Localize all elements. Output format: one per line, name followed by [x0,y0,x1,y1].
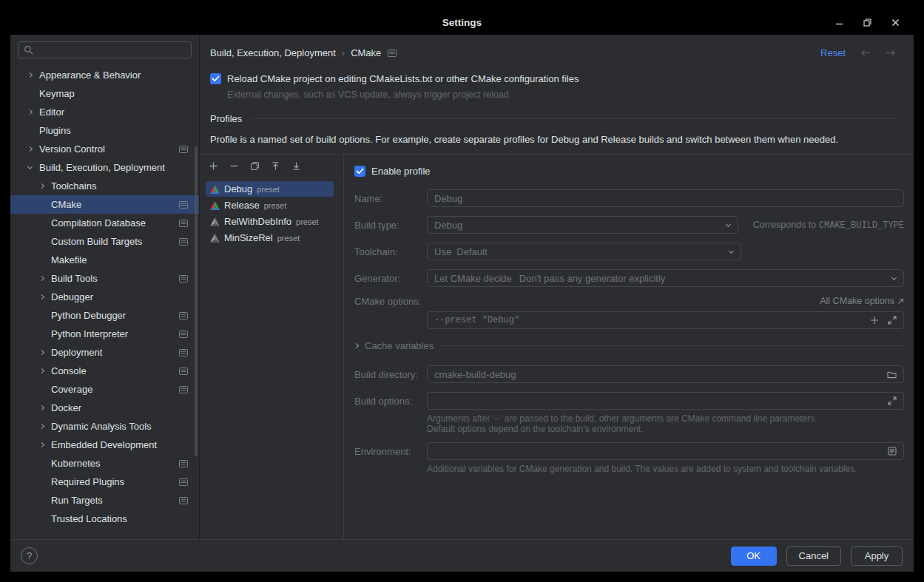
build-options-input[interactable] [427,392,904,410]
sidebar-scrollbar[interactable] [195,146,198,456]
sidebar-item-run-targets[interactable]: Run Targets [10,491,199,510]
sidebar-item-required-plugins[interactable]: Required Plugins [10,473,199,491]
sidebar-item-compilation-database[interactable]: Compilation Database [10,214,199,232]
chevron-right-icon[interactable] [24,73,35,77]
sidebar-item-build-tools[interactable]: Build Tools [10,269,199,288]
close-button[interactable] [890,18,900,28]
profiles-list: DebugpresetReleasepresetRelWithDebInfopr… [200,177,343,246]
sidebar-item-coverage[interactable]: Coverage [10,380,199,399]
sidebar-item-appearance-behavior[interactable]: Appearance & Behavior [10,66,199,84]
sidebar-item-label: Custom Build Targets [51,236,142,247]
build-directory-input[interactable]: cmake-build-debug [427,365,904,383]
expand-field-icon[interactable] [888,396,897,405]
add-profile-button[interactable] [204,158,222,174]
search-input[interactable] [38,44,186,55]
sidebar-item-label: Python Debugger [51,310,126,321]
environment-variables-icon[interactable] [888,447,897,456]
chevron-right-icon[interactable] [36,443,47,447]
cmake-options-input[interactable]: --preset "Debug" [427,311,904,329]
chevron-down-icon[interactable] [24,166,35,169]
breadcrumb-parent[interactable]: Build, Execution, Deployment [210,47,336,58]
toolchain-select[interactable]: Use Default [427,243,741,260]
environment-input[interactable] [427,442,904,460]
enable-profile-row[interactable]: Enable profile [354,166,904,177]
per-project-settings-icon [179,275,188,282]
sidebar-item-keymap[interactable]: Keymap [10,84,199,103]
chevron-right-icon[interactable] [24,110,35,114]
chevron-right-icon[interactable] [354,343,359,348]
profile-row-minsizerel[interactable]: MinSizeRelpreset [206,230,334,246]
chevron-right-icon[interactable] [24,147,35,151]
breadcrumb-separator: › [342,47,345,58]
chevron-right-icon[interactable] [36,295,47,299]
expand-field-icon[interactable] [888,316,897,325]
sidebar-item-deployment[interactable]: Deployment [10,343,199,362]
chevron-right-icon[interactable] [36,406,47,410]
remove-profile-button[interactable] [225,158,243,174]
chevron-right-icon[interactable] [36,424,47,428]
maximize-button[interactable] [862,18,872,28]
sidebar-item-kubernetes[interactable]: Kubernetes [10,454,199,473]
generator-select[interactable]: Let CMake decide Don't pass any generato… [427,269,904,287]
name-input[interactable]: Debug [427,189,904,207]
all-cmake-options-link[interactable]: All CMake options [820,296,894,306]
sidebar-item-label: Compilation Database [51,217,146,229]
chevron-right-icon[interactable] [36,277,47,280]
move-down-button[interactable] [287,158,305,174]
folder-browse-icon[interactable] [887,370,897,379]
per-project-settings-icon [179,312,188,319]
sidebar-item-console[interactable]: Console [10,362,199,380]
cmake-logo-icon [210,217,220,226]
sidebar-item-docker[interactable]: Docker [10,399,199,417]
move-up-button[interactable] [266,158,284,174]
profile-name: Debug [224,183,252,194]
reload-checkbox-row[interactable]: Reload CMake project on editing CMakeLis… [210,73,896,84]
reset-link[interactable]: Reset [820,47,846,58]
profile-badge: preset [277,234,300,243]
sidebar-item-label: Required Plugins [51,476,124,487]
sidebar-item-dynamic-analysis-tools[interactable]: Dynamic Analysis Tools [10,417,199,436]
profiles-panel: DebugpresetReleasepresetRelWithDebInfopr… [200,155,344,539]
per-project-settings-icon [179,238,188,246]
minimize-button[interactable] [834,18,844,28]
sidebar-item-python-interpreter[interactable]: Python Interpreter [10,325,199,343]
sidebar-item-cmake[interactable]: CMake [10,195,199,214]
sidebar-item-toolchains[interactable]: Toolchains [10,177,199,195]
cancel-button[interactable]: Cancel [786,547,841,566]
settings-tree: Appearance & BehaviorKeymapEditorPlugins… [10,61,199,539]
chevron-right-icon[interactable] [36,351,47,354]
sidebar-item-trusted-locations[interactable]: Trusted Locations [10,510,199,528]
chevron-right-icon[interactable] [36,369,47,373]
settings-content: Build, Execution, Deployment › CMake Res… [200,35,914,539]
sidebar-item-editor[interactable]: Editor [10,103,199,121]
sidebar-item-makefile[interactable]: Makefile [10,251,199,269]
cache-variables-toggle[interactable]: Cache variables [365,340,434,351]
settings-search[interactable] [18,41,192,58]
sidebar-item-plugins[interactable]: Plugins [10,121,199,140]
back-arrow-icon[interactable] [860,49,871,57]
copy-profile-button[interactable] [246,158,263,174]
apply-button[interactable]: Apply [851,547,903,566]
per-project-settings-icon [179,497,188,504]
build-type-select[interactable]: Debug [427,216,738,234]
add-option-icon[interactable] [870,316,879,325]
profile-row-relwithdebinfo[interactable]: RelWithDebInfopreset [206,214,334,229]
forward-arrow-icon[interactable] [886,49,896,57]
help-button[interactable]: ? [21,547,38,564]
reload-checkbox[interactable] [210,73,221,84]
sidebar-item-embedded-development[interactable]: Embedded Development [10,436,199,454]
profile-row-debug[interactable]: Debugpreset [206,181,334,197]
chevron-right-icon[interactable] [36,184,47,188]
settings-window: Settings [10,10,914,572]
sidebar-item-label: CMake [51,199,81,210]
ok-button[interactable]: OK [731,547,777,566]
sidebar-item-label: Appearance & Behavior [39,70,141,81]
sidebar-item-python-debugger[interactable]: Python Debugger [10,306,199,325]
profile-row-release[interactable]: Releasepreset [206,197,334,213]
sidebar-item-version-control[interactable]: Version Control [10,140,199,158]
sidebar-item-build-execution-deployment[interactable]: Build, Execution, Deployment [10,158,199,177]
enable-profile-checkbox[interactable] [354,166,365,177]
sidebar-item-debugger[interactable]: Debugger [10,288,199,306]
sidebar-item-custom-build-targets[interactable]: Custom Build Targets [10,232,199,251]
per-project-settings-icon [179,478,188,486]
